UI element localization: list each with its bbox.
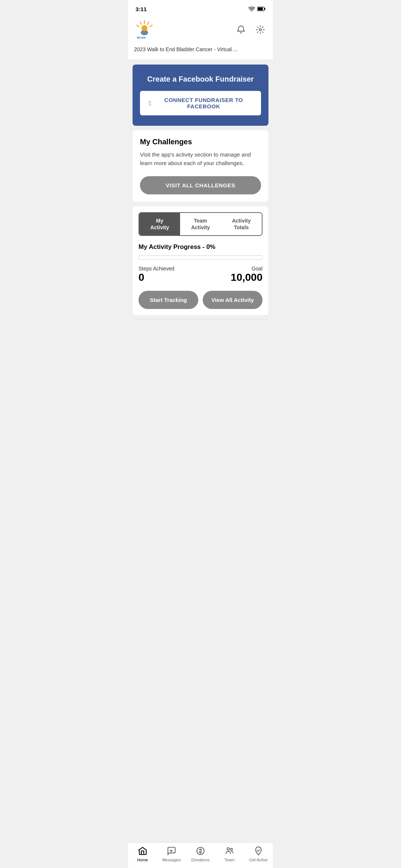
- steps-achieved-area: Steps Achieved 0: [138, 266, 175, 283]
- battery-icon: [257, 7, 265, 11]
- connect-facebook-button[interactable]:  CONNECT FUNDRAISER TO FACEBOOK: [140, 91, 261, 115]
- start-tracking-button[interactable]: Start Tracking: [138, 291, 198, 309]
- progress-bar-container: [138, 255, 263, 260]
- status-bar: 3:11: [128, 0, 273, 16]
- logo-area: BCAN: [134, 19, 155, 40]
- svg-line-5: [147, 22, 149, 24]
- app-header: BCAN: [128, 16, 273, 45]
- settings-button[interactable]: [254, 23, 267, 36]
- status-icons: [248, 6, 265, 11]
- status-time: 3:11: [136, 6, 147, 12]
- tab-my-activity[interactable]: MyActivity: [139, 213, 180, 235]
- facebook-fundraiser-card: Create a Facebook Fundraiser  CONNECT F…: [133, 65, 268, 126]
- header-icons: [234, 23, 267, 36]
- facebook-icon: : [149, 99, 151, 107]
- fb-card-title: Create a Facebook Fundraiser: [147, 75, 254, 83]
- svg-rect-2: [264, 8, 265, 10]
- bcan-logo: BCAN: [134, 19, 155, 40]
- steps-value: 0: [138, 272, 175, 283]
- steps-row: Steps Achieved 0 Goal 10,000: [138, 266, 263, 283]
- svg-text:BCAN: BCAN: [137, 36, 146, 39]
- challenges-description: Visit the app's activity section to mana…: [140, 151, 261, 167]
- goal-label: Goal: [251, 266, 263, 272]
- activity-card: MyActivity TeamActivity ActivityTotals M…: [133, 206, 268, 315]
- svg-line-6: [150, 25, 152, 27]
- event-title: 2023 Walk to End Bladder Cancer - Virtua…: [134, 46, 238, 52]
- goal-value: 10,000: [231, 272, 263, 283]
- activity-tabs: MyActivity TeamActivity ActivityTotals: [138, 212, 263, 236]
- svg-point-0: [251, 11, 252, 11]
- progress-label: My Activity Progress - 0%: [138, 243, 263, 251]
- notifications-button[interactable]: [234, 23, 248, 36]
- connect-facebook-label: CONNECT FUNDRAISER TO FACEBOOK: [155, 97, 252, 109]
- visit-challenges-button[interactable]: VISIT ALL CHALLENGES: [140, 176, 261, 194]
- subtitle-bar: 2023 Walk to End Bladder Cancer - Virtua…: [128, 45, 273, 57]
- steps-label: Steps Achieved: [138, 266, 175, 272]
- svg-rect-3: [258, 7, 263, 10]
- scroll-area: Create a Facebook Fundraiser  CONNECT F…: [128, 57, 273, 349]
- action-buttons: Start Tracking View All Activity: [138, 291, 263, 309]
- challenges-title: My Challenges: [140, 138, 261, 146]
- top-divider: [128, 57, 273, 60]
- challenges-card: My Challenges Visit the app's activity s…: [133, 130, 268, 202]
- svg-line-7: [140, 22, 141, 24]
- svg-line-8: [137, 25, 139, 27]
- wifi-icon: [248, 6, 255, 11]
- tab-team-activity[interactable]: TeamActivity: [180, 213, 221, 235]
- view-all-activity-button[interactable]: View All Activity: [203, 291, 263, 309]
- svg-point-13: [259, 29, 261, 31]
- svg-point-11: [143, 28, 146, 31]
- bottom-spacer: [128, 320, 273, 349]
- goal-area: Goal 10,000: [231, 266, 263, 283]
- tab-activity-totals[interactable]: ActivityTotals: [221, 213, 262, 235]
